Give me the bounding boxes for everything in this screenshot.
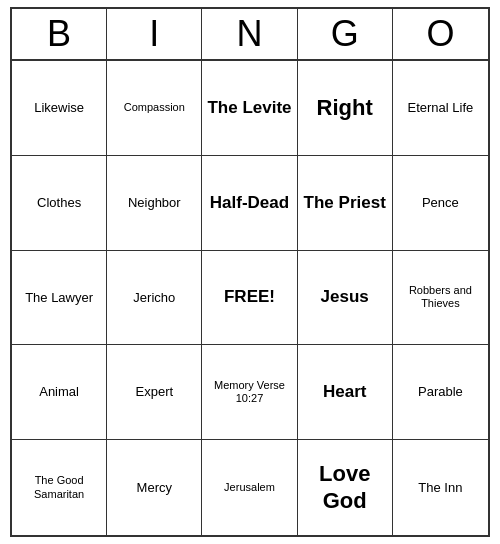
bingo-cell: Love God xyxy=(298,440,393,535)
bingo-header: BINGO xyxy=(12,9,488,61)
bingo-cell: Eternal Life xyxy=(393,61,488,156)
bingo-cell: Right xyxy=(298,61,393,156)
bingo-cell: Memory Verse 10:27 xyxy=(202,345,297,440)
bingo-cell: Clothes xyxy=(12,156,107,251)
bingo-cell: Parable xyxy=(393,345,488,440)
header-letter: B xyxy=(12,9,107,59)
bingo-cell: Half-Dead xyxy=(202,156,297,251)
bingo-cell: FREE! xyxy=(202,251,297,346)
bingo-cell: Jesus xyxy=(298,251,393,346)
bingo-cell: Likewise xyxy=(12,61,107,156)
bingo-cell: The Priest xyxy=(298,156,393,251)
header-letter: O xyxy=(393,9,488,59)
bingo-cell: Expert xyxy=(107,345,202,440)
bingo-cell: Animal xyxy=(12,345,107,440)
bingo-card: BINGO LikewiseCompassionThe LeviteRightE… xyxy=(10,7,490,537)
bingo-cell: Neighbor xyxy=(107,156,202,251)
header-letter: I xyxy=(107,9,202,59)
bingo-cell: The Lawyer xyxy=(12,251,107,346)
bingo-cell: The Good Samaritan xyxy=(12,440,107,535)
header-letter: N xyxy=(202,9,297,59)
bingo-grid: LikewiseCompassionThe LeviteRightEternal… xyxy=(12,61,488,535)
bingo-cell: Jericho xyxy=(107,251,202,346)
bingo-cell: Robbers and Thieves xyxy=(393,251,488,346)
bingo-cell: Heart xyxy=(298,345,393,440)
bingo-cell: The Levite xyxy=(202,61,297,156)
bingo-cell: The Inn xyxy=(393,440,488,535)
bingo-cell: Jerusalem xyxy=(202,440,297,535)
bingo-cell: Pence xyxy=(393,156,488,251)
bingo-cell: Mercy xyxy=(107,440,202,535)
bingo-cell: Compassion xyxy=(107,61,202,156)
header-letter: G xyxy=(298,9,393,59)
